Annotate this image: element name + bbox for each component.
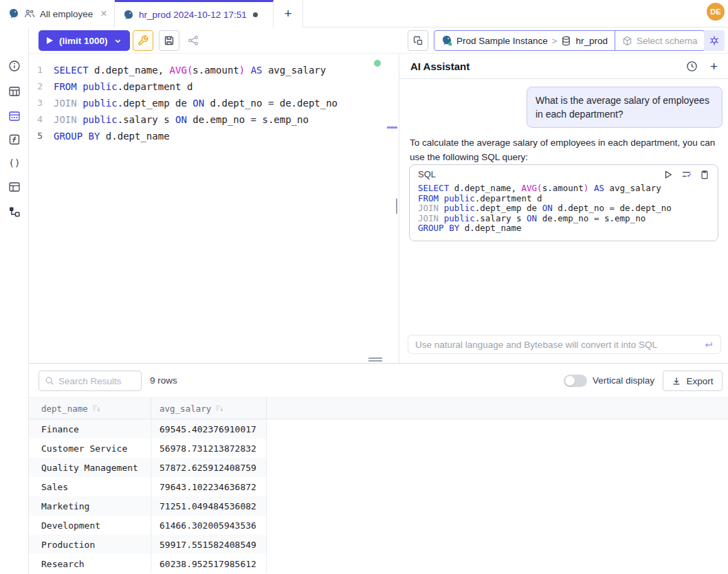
new-tab-button[interactable]: + — [274, 0, 303, 27]
line-number: 4 — [29, 111, 54, 128]
editor-code[interactable]: 1SELECT d.dept_name, AVG(s.amount) AS av… — [29, 62, 399, 144]
code-line: JOIN public.dept_emp de ON d.dept_no = d… — [418, 203, 709, 214]
openai-icon — [709, 35, 720, 46]
history-clock-icon[interactable] — [686, 60, 698, 72]
table-row[interactable]: Customer Service56978.731213872832 — [29, 439, 728, 458]
batch-mode-button[interactable] — [408, 30, 428, 51]
function-icon[interactable] — [8, 133, 21, 146]
panel-resize-handle-horizontal[interactable] — [368, 357, 382, 359]
code-language-label: SQL — [418, 169, 436, 179]
vertical-display-toggle[interactable] — [564, 375, 587, 387]
info-icon[interactable] — [8, 60, 21, 72]
status-dot-icon — [374, 60, 381, 67]
cell-dept-name: Research — [29, 554, 151, 573]
code-line: 5GROUP BY d.dept_name — [29, 128, 399, 144]
run-query-button[interactable]: (limit 1000) — [38, 30, 130, 51]
copy-icon[interactable] — [700, 170, 709, 179]
column-label: avg_salary — [159, 404, 211, 414]
avatar[interactable]: DE — [707, 3, 725, 21]
cell-avg-salary: 69545.402376910017 — [151, 419, 267, 439]
left-sidebar: () — [0, 27, 29, 574]
table-row[interactable]: Research60238.952517985612 — [29, 554, 728, 573]
code-line: 4JOIN public.salary s ON de.emp_no = s.e… — [29, 111, 399, 128]
cell-dept-name: Development — [29, 516, 151, 535]
cell-dept-name: Customer Service — [29, 439, 151, 458]
ai-toggle-button[interactable] — [704, 30, 725, 51]
tab-hr-prod-active[interactable]: hr_prod 2024-10-12 17:51 — [115, 0, 274, 27]
database-name: hr_prod — [575, 36, 608, 46]
cell-dept-name: Marketing — [29, 496, 151, 516]
sql-editor[interactable]: 1SELECT d.dept_name, AVG(s.amount) AS av… — [29, 54, 399, 363]
tab-all-employee[interactable]: All employee × — [0, 0, 115, 27]
table-row[interactable]: Finance69545.402376910017 — [29, 419, 728, 439]
insert-into-editor-icon[interactable] — [681, 169, 692, 179]
parentheses-icon[interactable]: () — [8, 157, 21, 170]
save-icon — [164, 35, 175, 46]
sort-icon[interactable] — [92, 404, 100, 412]
enter-return-icon[interactable] — [703, 340, 714, 350]
ai-prompt-inputbox[interactable] — [408, 335, 721, 354]
new-chat-plus-icon[interactable]: + — [710, 60, 718, 73]
cell-avg-salary: 79643.102234636872 — [151, 477, 267, 496]
table-row[interactable]: Development61466.302005943536 — [29, 516, 728, 535]
code-line: FROM public.department d — [418, 194, 709, 204]
cube-icon — [622, 36, 632, 46]
export-label: Export — [686, 376, 713, 386]
postgres-icon — [8, 8, 19, 19]
code-line: 3JOIN public.dept_emp de ON d.dept_no = … — [29, 95, 399, 111]
ai-assistant-panel: AI Assistant + What is the average salar… — [399, 54, 728, 363]
workflow-icon[interactable] — [8, 206, 21, 218]
cell-avg-salary: 56978.731213872832 — [151, 439, 267, 458]
ai-panel-title: AI Assistant — [410, 60, 470, 72]
schema-diagram-icon[interactable] — [8, 110, 21, 122]
sort-icon[interactable] — [215, 404, 223, 412]
column-header-avg-salary[interactable]: avg_salary — [151, 398, 267, 419]
sheets-icon[interactable] — [8, 181, 21, 193]
ai-panel-header: AI Assistant + — [399, 54, 728, 79]
export-button[interactable]: Export — [663, 371, 723, 391]
close-icon[interactable]: × — [100, 8, 107, 19]
table-row[interactable]: Sales79643.102234636872 — [29, 477, 728, 496]
database-icon — [561, 36, 571, 46]
instance-database-selector[interactable]: Prod Sample Instance > hr_prod — [434, 31, 615, 50]
table-body: Finance69545.402376910017Customer Servic… — [29, 419, 728, 573]
chevron-down-icon[interactable] — [114, 37, 122, 45]
format-sql-button[interactable] — [133, 30, 153, 51]
breadcrumb-separator: > — [552, 36, 558, 46]
play-icon — [47, 37, 53, 44]
schema-selector[interactable]: Select schema — [615, 31, 705, 50]
overlapping-squares-icon — [412, 35, 423, 46]
share-button[interactable] — [183, 30, 203, 51]
line-number: 1 — [29, 62, 54, 78]
run-button-label: (limit 1000) — [59, 36, 108, 46]
ai-code-lines: SELECT d.dept_name, AVG(s.amount) AS avg… — [410, 181, 718, 241]
panel-resize-handle-horizontal[interactable] — [368, 360, 382, 362]
search-results-box[interactable] — [38, 371, 142, 391]
save-sheet-button[interactable] — [159, 30, 179, 51]
unsaved-dot-icon — [253, 12, 258, 17]
table-row[interactable]: Marketing71251.049484536082 — [29, 496, 728, 516]
cell-dept-name: Sales — [29, 477, 151, 496]
line-number: 5 — [29, 128, 54, 144]
sql-editor-window: All employee × hr_prod 2024-10-12 17:51 … — [0, 0, 728, 574]
table-row[interactable]: Production59917.551582408549 — [29, 535, 728, 554]
cell-dept-name: Quality Management — [29, 458, 151, 477]
panel-resize-handle-vertical[interactable] — [396, 199, 397, 214]
column-header-dept-name[interactable]: dept_name — [29, 398, 151, 419]
line-number: 2 — [29, 78, 54, 95]
wrench-icon — [137, 35, 148, 46]
cell-avg-salary: 59917.551582408549 — [151, 535, 267, 554]
postgres-icon — [123, 10, 134, 21]
table-icon[interactable] — [8, 85, 21, 98]
instance-name: Prod Sample Instance — [456, 36, 548, 46]
run-code-icon[interactable] — [663, 170, 673, 179]
cell-dept-name: Finance — [29, 419, 151, 439]
code-line: 1SELECT d.dept_name, AVG(s.amount) AS av… — [29, 62, 399, 78]
people-icon — [24, 8, 35, 19]
results-panel: 9 rows Vertical display Export dept_name… — [29, 363, 728, 574]
ai-prompt-input[interactable] — [415, 340, 703, 350]
search-results-input[interactable] — [58, 376, 135, 386]
table-row[interactable]: Quality Management57872.625912408759 — [29, 458, 728, 477]
code-line: GROUP BY d.dept_name — [418, 223, 709, 234]
postgres-status-icon — [441, 35, 452, 46]
